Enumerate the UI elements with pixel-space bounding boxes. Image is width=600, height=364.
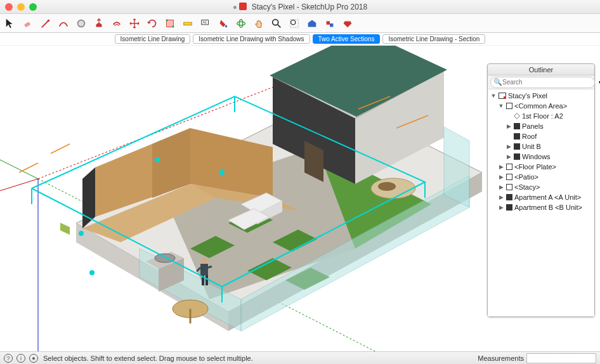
help-icon[interactable]: ? — [4, 354, 13, 363]
select-tool[interactable] — [3, 16, 18, 31]
expander-icon[interactable]: ▶ — [505, 123, 512, 129]
shape-tool[interactable] — [74, 16, 89, 31]
expander-icon[interactable]: ▼ — [490, 93, 497, 99]
title-app: SketchUp Pro 2018 — [301, 3, 367, 11]
rotate-tool[interactable] — [145, 16, 160, 31]
tree-label: <Patio> — [514, 173, 538, 181]
paint-tool[interactable] — [216, 16, 231, 31]
close-button[interactable] — [5, 3, 13, 11]
svg-point-9 — [225, 25, 228, 27]
eraser-tool[interactable] — [20, 16, 36, 31]
status-bar: ? i ● Select objects. Shift to extend se… — [0, 351, 600, 364]
zoom-tool[interactable] — [269, 16, 284, 31]
move-tool[interactable] — [127, 16, 142, 31]
measurements-label: Measurements — [478, 354, 524, 362]
expander-icon[interactable]: ▼ — [498, 103, 504, 109]
tree-row[interactable]: 1st Floor : A2 — [488, 111, 594, 121]
svg-point-14 — [291, 20, 296, 24]
svg-point-47 — [378, 182, 396, 191]
status-icons: ? i ● — [4, 354, 38, 363]
pushpull-tool[interactable] — [91, 16, 107, 31]
expander-icon[interactable]: ▶ — [505, 153, 512, 160]
svg-line-72 — [19, 163, 38, 172]
tape-tool[interactable] — [180, 16, 195, 31]
offset-tool[interactable] — [109, 16, 124, 31]
extension-tool[interactable] — [322, 16, 337, 31]
warehouse-tool[interactable] — [304, 16, 320, 31]
tree-label: Apartment A <A Unit> — [514, 193, 581, 201]
scale-tool[interactable] — [162, 16, 178, 31]
model-icon — [499, 93, 506, 99]
scene-tab[interactable]: Isometric Line Drawing — [115, 34, 191, 44]
user-icon[interactable]: ● — [29, 354, 38, 363]
tree-row[interactable]: ▶<Stacy> — [488, 182, 594, 192]
info-icon[interactable]: i — [16, 354, 25, 363]
group-icon — [514, 123, 520, 129]
svg-rect-4 — [166, 19, 168, 21]
svg-line-73 — [51, 144, 70, 153]
svg-point-10 — [237, 22, 245, 25]
svg-rect-16 — [327, 21, 330, 24]
text-tool[interactable]: A1 — [198, 16, 213, 31]
arc-tool[interactable] — [56, 16, 71, 31]
outliner-search-input[interactable] — [490, 77, 595, 88]
tree-row[interactable]: ▶<Patio> — [488, 172, 594, 182]
tree-row[interactable]: ▶<Floor Plate> — [488, 162, 594, 172]
expander-icon[interactable]: ▶ — [498, 164, 504, 170]
outliner-panel[interactable]: Outliner 🔍 ➧ ▼Stacy's Pixel▼<Common Area… — [487, 63, 595, 317]
svg-point-77 — [155, 157, 160, 162]
svg-point-11 — [239, 19, 242, 27]
svg-point-2 — [78, 20, 85, 27]
measurements-group: Measurements — [478, 353, 596, 363]
tree-row[interactable]: ▶Windows — [488, 152, 594, 162]
svg-rect-6 — [184, 22, 192, 25]
tree-row[interactable]: ▶Apartment A <A Unit> — [488, 192, 594, 202]
scene-tab[interactable]: Isometric Line Drawing - Section — [382, 34, 485, 44]
scene-tabs: Isometric Line Drawing Isometric Line Dr… — [0, 33, 600, 46]
zoom-button[interactable] — [29, 3, 37, 11]
measurements-input[interactable] — [526, 353, 596, 363]
expander-icon[interactable]: ▶ — [498, 174, 504, 180]
tree-label: Roof — [522, 133, 537, 140]
ruby-tool[interactable] — [340, 16, 355, 31]
group-icon — [514, 153, 520, 160]
outliner-tree[interactable]: ▼Stacy's Pixel▼<Common Area>1st Floor : … — [488, 89, 594, 316]
svg-marker-54 — [444, 127, 469, 207]
svg-line-13 — [278, 24, 281, 27]
title-doc: Stacy's Pixel — [252, 3, 295, 11]
tree-row[interactable]: Roof — [488, 131, 594, 141]
svg-rect-63 — [205, 275, 208, 285]
svg-text:A1: A1 — [203, 20, 207, 24]
window-title: ● Stacy's Pixel - SketchUp Pro 2018 — [0, 3, 600, 11]
tree-row[interactable]: ▶Panels — [488, 121, 594, 131]
outliner-details-button[interactable]: ➧ — [597, 78, 600, 86]
pan-tool[interactable] — [251, 16, 266, 31]
tree-row[interactable]: ▼Stacy's Pixel — [488, 91, 594, 101]
tree-row[interactable]: ▶Unit B — [488, 141, 594, 152]
comp-icon — [506, 164, 512, 170]
group-icon — [514, 143, 520, 150]
tree-label: Apartment B <B Unit> — [514, 204, 582, 211]
line-tool[interactable] — [38, 16, 53, 31]
tree-label: <Common Area> — [514, 102, 567, 110]
tree-label: 1st Floor : A2 — [522, 112, 563, 120]
expander-icon[interactable]: ▶ — [498, 204, 504, 211]
expander-icon[interactable]: ▶ — [498, 194, 504, 200]
comp-icon — [506, 174, 512, 180]
orbit-tool[interactable] — [233, 16, 249, 31]
outliner-search-row: 🔍 ➧ — [488, 75, 594, 89]
titlebar: ● Stacy's Pixel - SketchUp Pro 2018 — [0, 0, 600, 14]
expander-icon[interactable]: ▶ — [505, 143, 512, 150]
expander-icon[interactable]: ▶ — [498, 184, 504, 190]
svg-point-12 — [273, 19, 278, 25]
scene-tab[interactable]: Isometric Line Drawing with Shadows — [193, 34, 310, 44]
minimize-button[interactable] — [17, 3, 25, 11]
dirty-indicator: ● — [233, 3, 237, 11]
tree-row[interactable]: ▼<Common Area> — [488, 101, 594, 111]
svg-point-60 — [202, 258, 207, 264]
sect-icon — [514, 113, 520, 119]
zoom-extents-tool[interactable] — [287, 16, 302, 31]
scene-tab-active[interactable]: Two Active Sections — [313, 34, 381, 44]
outliner-title[interactable]: Outliner — [488, 64, 594, 75]
tree-row[interactable]: ▶Apartment B <B Unit> — [488, 202, 594, 212]
